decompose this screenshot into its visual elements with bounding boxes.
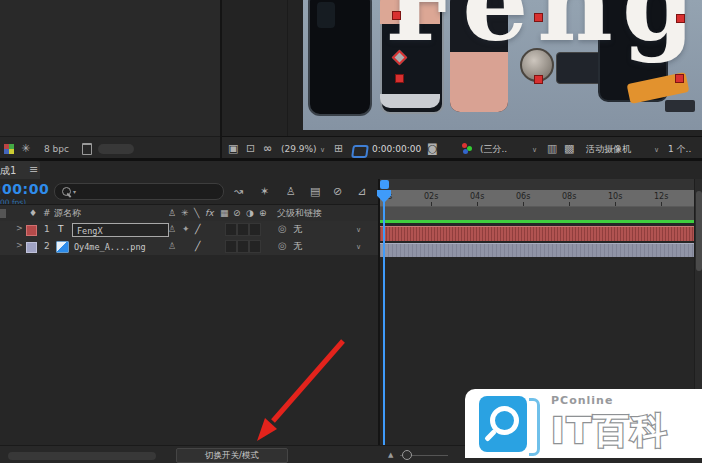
shy-column-icon: ♙ — [168, 209, 176, 218]
layer-1-duration-bar[interactable] — [380, 226, 694, 241]
frame-part — [380, 94, 440, 108]
collapse-switch-icon[interactable]: ✦ — [182, 225, 190, 234]
av-features-column-icon — [0, 209, 6, 218]
switch-well[interactable] — [237, 223, 249, 236]
layer-2-duration-bar[interactable] — [380, 243, 694, 257]
ruler-label: 08s — [562, 193, 576, 201]
parent-dropdown-value[interactable]: 无 — [293, 225, 302, 234]
parent-dropdown-value[interactable]: 无 — [293, 242, 302, 251]
grid-guides-value[interactable]: (三分.. — [480, 145, 507, 154]
scrollbar-thumb[interactable] — [696, 191, 702, 271]
navigator-start-marker[interactable] — [380, 180, 389, 189]
label-color-swatch[interactable] — [26, 225, 37, 236]
motion-blur-column-icon: ⊘ — [233, 209, 241, 218]
exposure-icon[interactable]: ▩ — [564, 143, 574, 154]
zoom-out-mountain-icon[interactable]: ▲ — [388, 451, 393, 459]
parent-dropdown-chevron-icon[interactable]: ∨ — [356, 243, 361, 251]
shy-switch-icon[interactable]: ♙ — [168, 242, 176, 251]
shy-layers-icon[interactable]: ♙ — [286, 186, 296, 197]
parent-dropdown-chevron-icon[interactable]: ∨ — [356, 226, 361, 234]
layer-handle[interactable] — [534, 75, 543, 84]
layer-handle[interactable] — [675, 74, 684, 83]
playhead-line[interactable] — [383, 190, 385, 445]
quality-switch-icon[interactable]: ╱ — [195, 225, 200, 234]
transparency-grid-icon[interactable] — [351, 145, 369, 158]
layer-row-2[interactable]: > 2 Oy4me_A....png ♙ ╱ ◎ 无 ∨ — [0, 238, 378, 256]
draft-3d-icon[interactable]: ✶ — [260, 186, 269, 197]
source-name-column-header[interactable]: 源名称 — [54, 209, 81, 218]
pick-whip-icon[interactable]: ◎ — [278, 241, 287, 251]
time-ruler[interactable]: 0s 02s 04s 06s 08s 10s 12s — [380, 190, 694, 206]
view-layout-chevron-icon[interactable]: ∨ — [654, 146, 659, 154]
project-bit-depth[interactable]: 8 bpc — [44, 145, 69, 154]
view-layout-value[interactable]: 活动摄像机 — [586, 145, 631, 154]
work-area-bar[interactable] — [380, 206, 694, 221]
number-column-header[interactable]: # — [43, 209, 51, 218]
project-panel-scroll-pill[interactable] — [98, 144, 134, 154]
interpret-footage-icon[interactable]: ✳ — [21, 143, 30, 154]
layer-name[interactable]: Oy4me_A....png — [74, 242, 146, 252]
mask-visibility-icon[interactable]: ▥ — [547, 143, 557, 154]
motion-blur-icon[interactable]: ⊘ — [333, 186, 342, 197]
preview-timecode[interactable]: 0:00:00:00 — [372, 145, 421, 154]
watermark-box: PConline IT百科 — [465, 389, 702, 458]
parent-link-column-header[interactable]: 父级和链接 — [277, 209, 322, 218]
shy-switch-icon[interactable]: ♙ — [168, 225, 176, 234]
status-pill — [8, 452, 156, 460]
effects-column-icon: fx — [205, 209, 214, 218]
adjustment-column-icon: ◑ — [246, 209, 254, 218]
composition-viewer[interactable]: FengX — [303, 0, 702, 130]
main-monitor-icon[interactable]: ⊡ — [246, 143, 255, 154]
layer-handle[interactable] — [392, 11, 401, 20]
switch-well[interactable] — [249, 240, 261, 253]
grid-guides-chevron-icon[interactable]: ∨ — [532, 146, 537, 154]
pasteboard-edge — [287, 0, 288, 136]
layer-handle[interactable] — [395, 74, 404, 83]
show-channels-icon[interactable] — [462, 143, 474, 155]
layer-handle[interactable] — [534, 13, 543, 22]
time-navigator[interactable] — [380, 179, 694, 190]
project-settings-icon[interactable] — [4, 144, 14, 154]
layer-name-box[interactable]: FengX — [72, 223, 169, 237]
watermark-logo-icon — [479, 396, 527, 452]
ruler-label: 04s — [470, 193, 484, 201]
frame-blending-icon[interactable]: ▤ — [310, 186, 320, 197]
pick-whip-icon[interactable]: ◎ — [278, 224, 287, 234]
layer-handle[interactable] — [676, 14, 685, 23]
current-time-display[interactable]: :00:00 — [0, 181, 49, 197]
quality-column-icon: ╲ — [194, 209, 199, 218]
layer-search-input[interactable]: ▾ — [54, 183, 224, 200]
footage-thumbnail-icon — [56, 241, 69, 253]
snapshot-camera-icon[interactable]: ◙ — [427, 143, 438, 154]
timeline-tab-label[interactable]: 成1 — [0, 164, 16, 178]
always-preview-icon[interactable]: ▣ — [228, 143, 238, 154]
toggle-switches-modes-button[interactable]: 切换开关/模式 — [176, 448, 288, 463]
magnification-value[interactable]: (29.9%) — [281, 145, 317, 154]
layer-row-1[interactable]: > 1 T FengX ♙ ✦ ╱ ◎ 无 ∨ — [0, 221, 378, 239]
layer-name[interactable]: FengX — [77, 226, 103, 236]
view-count-value[interactable]: 1 个.. — [668, 145, 691, 154]
graph-editor-icon[interactable]: ⊿ — [357, 186, 366, 197]
frame-blend-column-icon: ▦ — [220, 209, 229, 218]
label-color-swatch[interactable] — [26, 242, 37, 253]
layer-number: 2 — [44, 242, 50, 251]
switch-well[interactable] — [237, 240, 249, 253]
region-of-interest-icon[interactable]: ⊞ — [334, 143, 343, 154]
ruler-label: 06s — [516, 193, 530, 201]
timeline-zoom-slider-knob[interactable] — [402, 450, 412, 460]
switch-well[interactable] — [249, 223, 261, 236]
trash-icon[interactable] — [82, 143, 92, 155]
vr-goggles-icon[interactable]: ∞ — [263, 143, 272, 154]
ruler-label: 10s — [608, 193, 622, 201]
panel-menu-icon[interactable]: ≡ — [29, 164, 38, 175]
expand-icon[interactable]: > — [16, 242, 23, 250]
magnification-chevron-icon[interactable]: ∨ — [320, 146, 325, 154]
small-part — [665, 100, 695, 112]
quality-switch-icon[interactable]: ╱ — [195, 242, 200, 251]
switch-well[interactable] — [225, 223, 237, 236]
switch-well[interactable] — [225, 240, 237, 253]
mini-flowchart-icon[interactable]: ↝ — [234, 186, 243, 197]
expand-icon[interactable]: > — [16, 225, 23, 233]
label-column-icon[interactable]: ♦ — [29, 209, 37, 218]
comp-title-text: FengX — [385, 0, 702, 65]
